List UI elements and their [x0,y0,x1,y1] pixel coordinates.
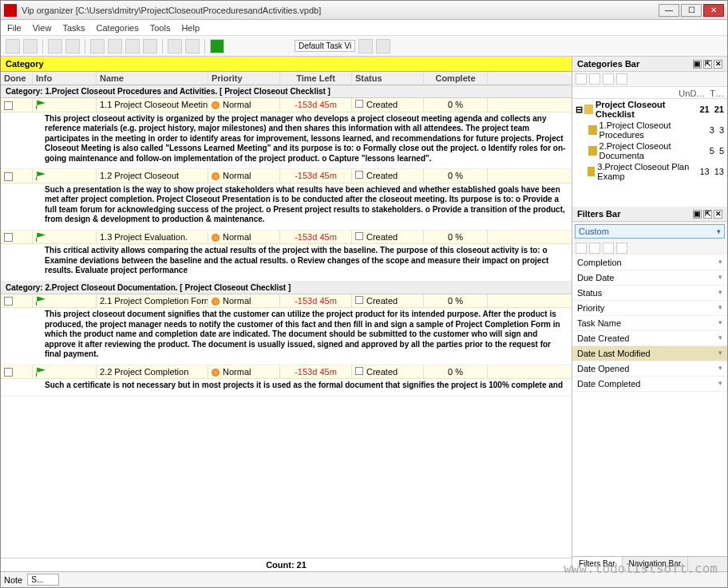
col-status[interactable]: Status [352,72,424,85]
task-row[interactable]: 2.1 Project Completion Form.Normal-153d … [1,294,572,309]
category-header[interactable]: Category: 1.Project Closeout Procedures … [1,85,572,98]
filter-row[interactable]: Priority [572,301,727,316]
toolbar-button-9[interactable] [168,39,182,53]
cat-tool-2[interactable] [589,73,600,85]
key-icon [588,125,597,135]
panel-close-icon[interactable]: ✕ [714,210,722,219]
right-tabs: Filters Bar Navigation Bar [572,556,727,571]
cat-tool-3[interactable] [603,73,614,85]
flag-icon [36,171,46,180]
flag-icon[interactable] [210,39,224,53]
toolbar-button-4[interactable] [65,39,80,53]
task-description: Such a presentation is the way to show p… [1,184,572,231]
tab-navigation[interactable]: Navigation Bar [623,557,689,571]
col-complete[interactable]: Complete [424,72,488,85]
panel-min-icon[interactable]: ⇱ [703,210,712,219]
panel-pin-icon[interactable]: ▣ [693,210,702,219]
cat-tool-1[interactable] [576,73,587,85]
toolbar-button-10[interactable] [185,39,200,53]
note-label: Note [4,575,22,585]
flag-icon [36,296,46,306]
menu-file[interactable]: File [7,23,22,33]
tree-item[interactable]: 3.Project Closeout Plan Examp1313 [572,161,727,182]
task-name: 1.2 Project Closeout [97,169,208,182]
col-name[interactable]: Name [97,72,208,85]
toolbar-button-1[interactable] [6,39,20,53]
note-input[interactable]: S... [27,574,59,586]
task-time: -153d 45m [280,294,352,307]
panel-pin-icon[interactable]: ▣ [693,60,702,69]
tree-label: 1.Project Closeout Procedures [599,120,707,140]
filter-row[interactable]: Due Date [572,270,727,286]
tree-item[interactable]: 1.Project Closeout Procedures33 [572,120,727,140]
menu-categories[interactable]: Categories [97,23,139,33]
task-grid[interactable]: Done Info Name Priority Time Left Status… [1,72,572,558]
categories-toolbar [572,72,727,87]
toolbar-button-12[interactable] [376,39,390,53]
count-bar: Count: 21 [1,558,572,571]
tree-item[interactable]: 2.Project Closeout Documenta55 [572,140,727,161]
panel-min-icon[interactable]: ⇱ [703,60,712,69]
filter-row[interactable]: Completion [572,255,727,270]
maximize-button[interactable]: ☐ [681,4,702,17]
tab-filters[interactable]: Filters Bar [572,557,623,571]
task-description: This critical activity allows comparing … [1,244,572,282]
separator [42,39,43,53]
task-priority: Normal [208,231,280,243]
done-checkbox[interactable] [4,368,13,377]
col-priority[interactable]: Priority [208,72,280,85]
col-done[interactable]: Done [1,72,33,85]
done-checkbox[interactable] [4,297,13,306]
filters-list[interactable]: CompletionDue DateStatusPriorityTask Nam… [572,255,727,556]
status-icon [355,171,363,179]
task-row[interactable]: 2.2 Project CompletionNormal-153d 45mCre… [1,365,572,380]
toolbar-button-3[interactable] [48,39,62,53]
close-button[interactable]: ✕ [703,4,724,17]
filter-row[interactable]: Date Last Modified [572,346,727,361]
filter-row[interactable]: Status [572,286,727,301]
col-info[interactable]: Info [33,72,97,85]
task-row[interactable]: 1.3 Project Evaluation.Normal-153d 45mCr… [1,231,572,245]
toolbar-button-8[interactable] [143,39,157,53]
menu-tools[interactable]: Tools [150,23,171,33]
task-complete: 0 % [424,294,488,307]
task-status: Created [352,169,424,182]
col-time[interactable]: Time Left [280,72,352,85]
categories-title-text: Categories Bar [577,59,639,69]
filter-dropdown[interactable]: Custom [575,224,725,239]
view-dropdown[interactable]: Default Task Vi [295,40,355,52]
task-description: This project closeout activity is organi… [1,112,572,170]
menu-tasks[interactable]: Tasks [62,23,85,33]
category-header[interactable]: Category: 2.Project Closeout Documentati… [1,282,572,294]
filter-tool-1[interactable] [576,243,587,254]
categories-tree[interactable]: UnD… T… ⊟Project Closeout Checklist21211… [572,87,727,207]
task-name: 1.1 Project Closeout Meeting. [97,98,208,111]
menu-help[interactable]: Help [181,23,200,33]
menu-view[interactable]: View [33,23,52,33]
task-priority: Normal [208,294,280,307]
filter-row[interactable]: Date Opened [572,361,727,377]
toolbar-button-11[interactable] [358,39,373,53]
filter-row[interactable]: Task Name [572,316,727,331]
toolbar-button-7[interactable] [125,39,140,53]
cat-tool-4[interactable] [616,73,627,85]
tree-label: Project Closeout Checklist [595,100,698,119]
filter-row[interactable]: Date Completed [572,377,727,392]
panel-close-icon[interactable]: ✕ [714,60,722,69]
minimize-button[interactable]: — [659,4,679,17]
toolbar-button-2[interactable] [23,39,38,53]
task-row[interactable]: 1.1 Project Closeout Meeting.Normal-153d… [1,98,572,112]
done-checkbox[interactable] [4,172,13,181]
toolbar-button-6[interactable] [108,39,122,53]
filter-tool-2[interactable] [589,243,600,254]
filter-tool-4[interactable] [616,243,627,254]
toolbar-button-5[interactable] [90,39,105,53]
task-complete: 0 % [424,98,488,111]
tree-item[interactable]: ⊟Project Closeout Checklist2121 [572,99,727,120]
task-row[interactable]: 1.2 Project CloseoutNormal-153d 45mCreat… [1,169,572,184]
done-checkbox[interactable] [4,101,13,110]
flag-icon [36,232,46,242]
done-checkbox[interactable] [4,233,13,242]
filter-row[interactable]: Date Created [572,331,727,346]
filter-tool-3[interactable] [603,243,614,254]
